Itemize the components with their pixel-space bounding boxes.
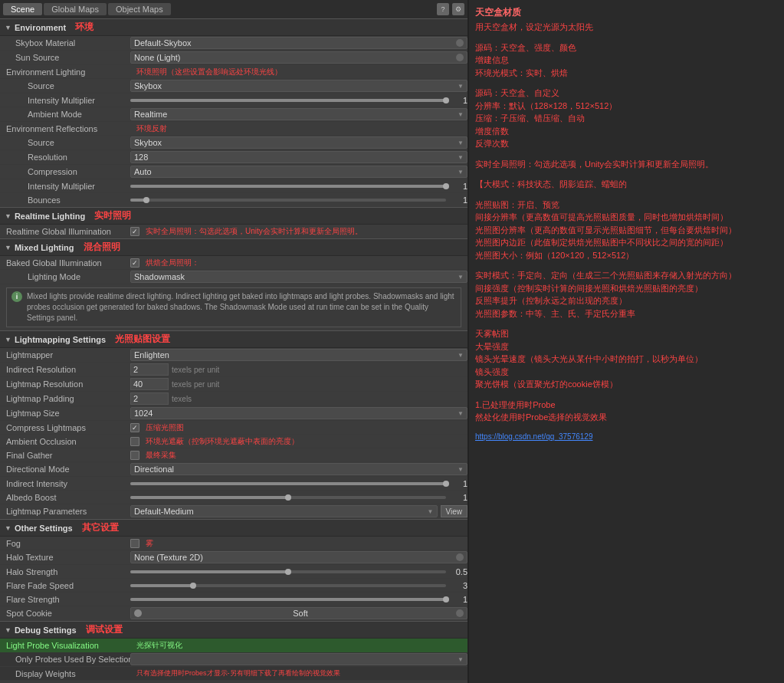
flare-strength-thumb[interactable] [443,596,449,603]
indirect-int-thumb[interactable] [443,481,449,487]
lightmap-params-dropdown[interactable]: Default-Medium ▼ [130,505,438,517]
albedo-row: Albedo Boost 1 [0,491,467,504]
ao-label: Ambient Occlusion [0,437,130,446]
lightmap-params-value: Default-Medium ▼ View [130,505,467,517]
anno-skybox: 天空盒材质 用天空盒材，设定光源为太阳先 [475,6,778,34]
dir-mode-label: Directional Mode [0,465,130,474]
resolution-dropdown[interactable]: 128 ▼ [130,151,467,163]
help-icon[interactable]: ? [437,3,449,15]
anno-env-reflect: 源码：天空盒、自定义 分辨率：默认（128×128，512×512） 压缩：子压… [475,87,778,150]
other-header[interactable]: ▼ Other Settings 其它设置 [0,519,467,537]
reflect-intensity-thumb[interactable] [443,183,449,189]
mixed-cn: 混合照明 [84,241,120,254]
lightmap-header[interactable]: ▼ Lightmapping Settings 光照贴图设置 [0,330,467,348]
bgi-value: 烘焙全局照明： [130,258,467,268]
reflect-intensity-value: 1 [130,182,467,191]
indirect-res-input[interactable] [130,363,169,376]
flare-fade-thumb[interactable] [190,583,196,589]
spot-cookie-value: Soft [130,607,467,619]
lightmap-size-row: Lightmap Size 1024 ▼ [0,406,467,421]
bgi-row: Baked Global Illumination 烘焙全局照明： [0,256,467,270]
compression-dropdown[interactable]: Auto ▼ [130,166,467,178]
bounces-slider[interactable]: 1 [130,195,467,205]
flare-fade-row: Flare Fade Speed 3 [0,579,467,593]
lighting-mode-label: Lighting Mode [0,272,130,281]
resolution-text: 128 [134,153,148,162]
link-text: https://blog.csdn.net/qq_37576129 [475,432,592,441]
sun-field[interactable]: None (Light) [130,51,467,64]
tab-global-maps[interactable]: Global Maps [44,3,107,15]
env-intensity-track [130,99,446,102]
sun-picker[interactable] [456,54,464,61]
ambient-mode-dropdown[interactable]: Realtime ▼ [130,108,467,120]
lighting-mode-value: Shadowmask ▼ [130,271,467,283]
lighting-mode-dropdown[interactable]: Shadowmask ▼ [130,271,467,283]
lightmap-size-dropdown[interactable]: 1024 ▼ [130,407,467,419]
halo-strength-slider[interactable]: 0.5 [130,567,467,576]
lightmap-size-arrow: ▼ [458,410,464,417]
ambient-mode-label: Ambient Mode [0,110,130,119]
lightmap-res-input[interactable] [130,378,169,390]
only-probes-dropdown[interactable]: ▼ [130,653,467,665]
env-source-dropdown[interactable]: Skybox ▼ [130,80,467,92]
flare-strength-track [130,598,446,601]
spot-cookie-picker[interactable] [456,609,464,617]
spot-cookie-field[interactable]: Soft [130,607,467,619]
tab-scene[interactable]: Scene [3,3,42,15]
anno-env-reflect-4: 反弹次数 [475,137,778,150]
ao-checkbox[interactable] [130,437,139,446]
sun-label: Sun Source [0,53,130,62]
lightmap-res-unit: texels per unit [172,380,219,389]
bounces-label: Bounces [0,195,130,205]
rgi-checkbox[interactable] [130,227,139,236]
env-intensity-num: 1 [449,96,467,105]
settings-icon[interactable]: ⚙ [452,3,464,15]
rgi-cn: 实时全局照明：勾选此选项，Unity会实时计算和更新全局照明。 [146,226,362,237]
bounces-thumb[interactable] [143,197,149,203]
reflect-source-dropdown[interactable]: Skybox ▼ [130,136,467,149]
halo-texture-label: Halo Texture [0,553,130,562]
lightmapper-text: Enlighten [134,350,169,360]
tab-object-maps[interactable]: Object Maps [108,3,171,15]
bgi-checkbox[interactable] [130,258,139,268]
halo-texture-picker[interactable] [456,553,464,561]
env-intensity-thumb[interactable] [443,97,449,103]
environment-header[interactable]: ▼ Environment 环境 [0,18,467,36]
csdn-link[interactable]: https://blog.csdn.net/qq_37576129 [475,432,592,441]
flare-strength-slider[interactable]: 1 [130,595,467,604]
lightmap-pad-input[interactable] [130,392,169,405]
dir-mode-dropdown[interactable]: Directional ▼ [130,463,467,475]
flare-fade-slider[interactable]: 3 [130,581,467,590]
realtime-header[interactable]: ▼ Realtime Lighting 实时照明 [0,207,467,225]
lightmapper-dropdown[interactable]: Enlighten ▼ [130,349,467,361]
halo-strength-thumb[interactable] [285,569,291,575]
mixed-header[interactable]: ▼ Mixed Lighting 混合照明 [0,238,467,256]
compress-checkbox[interactable] [130,423,139,432]
albedo-slider[interactable]: 1 [130,493,467,502]
skybox-value: Default-Skybox [130,37,467,49]
realtime-title: Realtime Lighting [15,212,85,221]
skybox-field[interactable]: Default-Skybox [130,37,467,49]
final-gather-checkbox[interactable] [130,451,139,460]
reflect-intensity-slider[interactable]: 1 [130,182,467,191]
halo-strength-fill [130,570,288,573]
env-intensity-slider[interactable]: 1 [130,96,467,105]
env-reflect-cn: 环境反射 [130,123,467,134]
anno-env-reflect-0: 源码：天空盒、自定义 [475,87,778,100]
mixed-triangle: ▼ [5,244,11,251]
debug-header[interactable]: ▼ Debug Settings 调试设置 [0,621,467,639]
halo-texture-field[interactable]: None (Texture 2D) [130,551,467,563]
halo-texture-text: None (Texture 2D) [134,553,203,562]
albedo-thumb[interactable] [285,494,291,501]
environment-title: Environment [15,23,66,32]
skybox-picker[interactable] [456,39,464,47]
flare-strength-value: 1 [130,595,467,604]
indirect-int-num: 1 [449,479,467,488]
reflect-source-arrow: ▼ [458,140,464,146]
view-button[interactable]: View [441,505,468,517]
indirect-int-slider[interactable]: 1 [130,479,467,488]
compression-arrow: ▼ [458,169,464,176]
resolution-arrow: ▼ [458,154,464,161]
fog-checkbox[interactable] [130,539,139,548]
anno-env-reflect-3: 增度倍数 [475,125,778,138]
